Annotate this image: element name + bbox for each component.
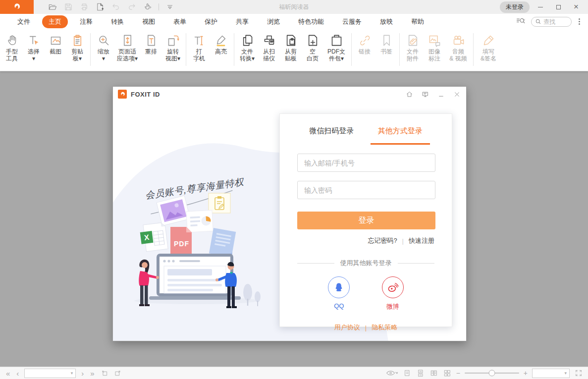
login-button[interactable]: 登录 <box>297 212 435 229</box>
tab-file[interactable]: 文件 <box>11 15 37 28</box>
snapshot-icon <box>49 32 62 48</box>
minimize-button[interactable] <box>534 1 547 12</box>
ribbon-group-comment: 打字机 高亮 <box>188 32 232 62</box>
customize-toolbar-icon[interactable] <box>165 2 175 12</box>
image-annotation-icon <box>428 32 441 48</box>
weibo-label: 微博 <box>386 302 399 311</box>
dialog-buttons <box>404 89 462 99</box>
ribbon-item-highlight[interactable]: 高亮 <box>210 32 232 55</box>
next-view-icon[interactable] <box>113 369 122 378</box>
zoom-slider[interactable] <box>465 373 519 374</box>
statusbar-view-controls: − + ▾ <box>385 369 583 378</box>
user-agreement-link[interactable]: 用户协议 <box>334 323 360 332</box>
zoom-in-icon[interactable]: + <box>524 370 528 377</box>
tab-comment[interactable]: 注释 <box>73 15 99 28</box>
quick-register-link[interactable]: 快速注册 <box>409 236 434 245</box>
ribbon-item-rotate-view[interactable]: 旋转视图▾ <box>162 32 184 62</box>
bookmark-icon <box>380 32 393 48</box>
redo-icon <box>127 2 137 12</box>
document-canvas: FOXIT ID 会员账号,尊享海量特权 <box>0 71 588 367</box>
dialog-close-icon[interactable] <box>451 89 462 99</box>
tab-home[interactable]: 主页 <box>42 15 68 28</box>
login-status-badge[interactable]: 未登录 <box>500 1 530 13</box>
tab-browse[interactable]: 浏览 <box>261 15 286 28</box>
tab-help[interactable]: 帮助 <box>405 15 430 28</box>
foxit-id-dialog: FOXIT ID 会员账号,尊享海量特权 <box>112 86 467 341</box>
single-page-view-icon[interactable] <box>403 369 412 378</box>
save-icon <box>63 2 73 12</box>
previous-page-icon[interactable]: ‹ <box>15 370 20 377</box>
tab-convert[interactable]: 转换 <box>105 15 130 28</box>
continuous-view-icon[interactable] <box>416 369 425 378</box>
tab-present[interactable]: 放映 <box>374 15 399 28</box>
ribbon-item-select[interactable]: 选择▾ <box>23 32 45 62</box>
fullscreen-icon[interactable] <box>574 369 583 378</box>
next-page-icon[interactable]: › <box>80 370 85 377</box>
ribbon-separator <box>473 33 474 66</box>
rotate-view-icon <box>166 32 180 48</box>
scanner-icon <box>263 32 276 48</box>
ribbon-item-typewriter[interactable]: 打字机 <box>188 32 210 62</box>
previous-view-icon[interactable] <box>100 369 109 378</box>
ribbon-group-sign: 填写&签名 <box>476 32 501 62</box>
ribbon-item-clipboard[interactable]: 剪贴板▾ <box>66 32 88 62</box>
facing-view-icon[interactable] <box>429 369 438 378</box>
foxit-id-logo <box>118 90 127 99</box>
ribbon-item-audio-video: 音频& 视频 <box>445 32 471 62</box>
statusbar-navigation: « ‹ ▾ › » <box>5 369 122 378</box>
legal-separator: | <box>365 324 367 331</box>
tab-wechat-scan-login[interactable]: 微信扫码登录 <box>297 126 366 145</box>
weibo-login-button[interactable]: 微博 <box>382 276 404 311</box>
pdf-label: PDF <box>174 240 189 248</box>
search-box[interactable] <box>531 17 572 27</box>
new-page-icon[interactable] <box>95 2 105 12</box>
first-page-icon[interactable]: « <box>5 370 11 377</box>
password-field[interactable] <box>297 181 435 199</box>
ribbon-item-hand-tool[interactable]: 手型工具 <box>1 32 23 62</box>
qq-login-button[interactable]: QQ <box>328 276 350 311</box>
zoom-out-icon[interactable]: − <box>456 370 460 377</box>
tab-view[interactable]: 视图 <box>136 15 161 28</box>
advanced-search-icon[interactable] <box>516 17 527 26</box>
dialog-body: 会员账号,尊享海量特权 <box>113 102 466 341</box>
ribbon-separator <box>186 33 186 66</box>
forgot-password-link[interactable]: 忘记密码? <box>368 236 397 245</box>
account-links: 忘记密码? | 快速注册 <box>297 236 434 245</box>
tab-form[interactable]: 表单 <box>167 15 193 28</box>
open-file-icon[interactable] <box>48 2 57 12</box>
privacy-policy-link[interactable]: 隐私策略 <box>372 323 397 332</box>
file-convert-icon <box>241 32 254 48</box>
view-mode-icon[interactable] <box>385 369 398 378</box>
tab-cloud[interactable]: 云服务 <box>336 15 368 28</box>
ribbon-item-reflow[interactable]: 重排 <box>140 32 162 55</box>
dialog-minimize-icon[interactable] <box>435 89 446 99</box>
home-icon[interactable] <box>404 89 415 99</box>
ribbon-item-zoom[interactable]: 缩放▾ <box>93 32 114 62</box>
email-phone-field[interactable] <box>297 154 435 172</box>
close-button[interactable]: × <box>569 1 583 12</box>
feedback-screen-icon[interactable] <box>420 89 430 99</box>
last-page-icon[interactable]: » <box>89 370 95 377</box>
search-input[interactable] <box>543 18 566 25</box>
zoom-level-combobox[interactable]: ▾ <box>532 369 570 378</box>
page-number-combobox[interactable]: ▾ <box>24 369 76 378</box>
zoom-slider-knob[interactable] <box>488 370 495 377</box>
legal-links: 用户协议 | 隐私策略 <box>297 323 434 332</box>
more-options-icon[interactable] <box>576 17 583 26</box>
ribbon-item-fit-page[interactable]: 页面适应选项▾ <box>114 32 140 62</box>
tab-share[interactable]: 共享 <box>229 15 255 28</box>
ribbon-item-from-clipboard[interactable]: 从剪贴板 <box>280 32 302 62</box>
tab-protect[interactable]: 保护 <box>198 15 224 28</box>
login-tabs: 微信扫码登录 其他方式登录 <box>297 114 434 145</box>
maximize-button[interactable] <box>551 1 565 12</box>
touch-mode-icon[interactable] <box>143 2 153 12</box>
tab-features[interactable]: 特色功能 <box>292 15 330 28</box>
ribbon-item-blank-page[interactable]: 空白页 <box>302 32 323 62</box>
facing-continuous-view-icon[interactable] <box>443 369 452 378</box>
print-icon <box>79 2 89 12</box>
ribbon-item-file-convert[interactable]: 文件转换▾ <box>236 32 258 62</box>
ribbon-item-pdf-portfolio[interactable]: PDF文件包▾ <box>323 32 349 62</box>
ribbon-item-from-scanner[interactable]: 从扫描仪 <box>258 32 280 62</box>
tab-other-login[interactable]: 其他方式登录 <box>366 126 435 145</box>
ribbon-item-snapshot[interactable]: 截图 <box>45 32 66 55</box>
